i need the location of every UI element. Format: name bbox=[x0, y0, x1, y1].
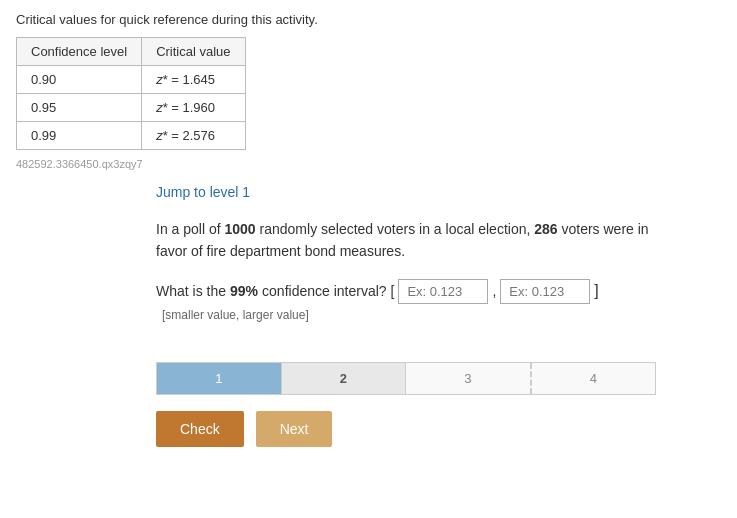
table-row: z* = 2.576 bbox=[142, 122, 245, 150]
comma-separator: , bbox=[492, 283, 496, 299]
content-area: In a poll of 1000 randomly selected vote… bbox=[156, 218, 721, 447]
table-row: 0.99 bbox=[17, 122, 142, 150]
bracket-close: ] bbox=[594, 282, 598, 300]
poll-sample-size: 1000 bbox=[225, 221, 256, 237]
poll-text-middle: randomly selected voters in a local elec… bbox=[256, 221, 535, 237]
poll-text-before: In a poll of bbox=[156, 221, 225, 237]
poll-voters-favor: 286 bbox=[534, 221, 557, 237]
table-row: z* = 1.645 bbox=[142, 66, 245, 94]
progress-step-4[interactable]: 4 bbox=[532, 363, 656, 394]
progress-step-3[interactable]: 3 bbox=[406, 363, 532, 394]
table-row: 0.95 bbox=[17, 94, 142, 122]
jump-to-level-link[interactable]: Jump to level 1 bbox=[156, 184, 721, 200]
hint-text: [smaller value, larger value] bbox=[160, 308, 721, 322]
question-prefix: What is the bbox=[156, 283, 226, 299]
code-text: 482592.3366450.qx3zqy7 bbox=[16, 158, 721, 170]
intro-text: Critical values for quick reference duri… bbox=[16, 12, 721, 27]
col-header-critical: Critical value bbox=[142, 38, 245, 66]
next-button[interactable]: Next bbox=[256, 411, 333, 447]
progress-step-2[interactable]: 2 bbox=[282, 363, 407, 394]
check-button[interactable]: Check bbox=[156, 411, 244, 447]
table-row: 0.90 bbox=[17, 66, 142, 94]
poll-description: In a poll of 1000 randomly selected vote… bbox=[156, 218, 656, 263]
question-suffix: confidence interval? [ bbox=[262, 283, 394, 299]
confidence-lower-input[interactable] bbox=[398, 279, 488, 304]
question-confidence: 99% bbox=[230, 283, 258, 299]
confidence-upper-input[interactable] bbox=[500, 279, 590, 304]
question-line: What is the 99% confidence interval? [ ,… bbox=[156, 279, 721, 304]
progress-step-1[interactable]: 1 bbox=[157, 363, 282, 394]
progress-bar: 1234 bbox=[156, 362, 656, 395]
col-header-confidence: Confidence level bbox=[17, 38, 142, 66]
critical-values-table: Confidence level Critical value 0.90z* =… bbox=[16, 37, 246, 150]
button-row: Check Next bbox=[156, 411, 721, 447]
table-row: z* = 1.960 bbox=[142, 94, 245, 122]
